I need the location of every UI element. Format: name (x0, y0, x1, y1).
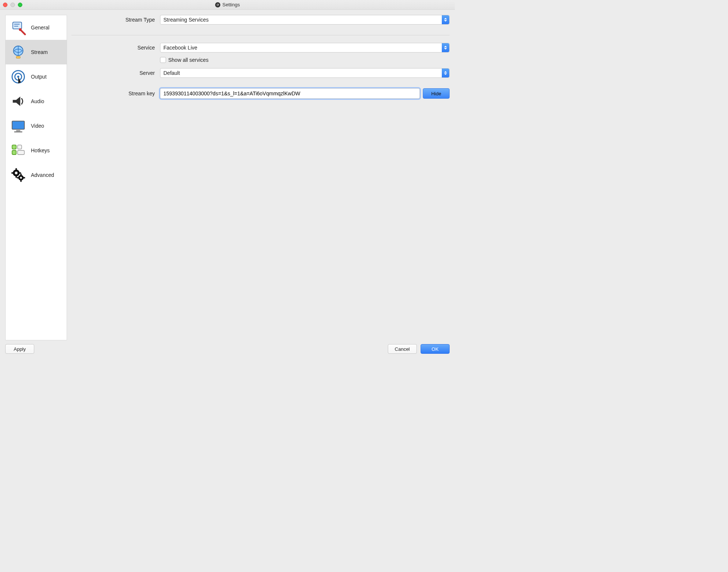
svg-rect-16 (17, 145, 22, 149)
sidebar-item-label: Stream (31, 49, 63, 55)
settings-sidebar: General Stream (5, 15, 67, 340)
svg-point-20 (15, 172, 17, 174)
advanced-icon (9, 166, 27, 184)
show-all-services-label: Show all services (168, 57, 208, 63)
show-all-services-checkbox[interactable] (160, 57, 166, 63)
svg-point-5 (19, 28, 22, 31)
zoom-window-button[interactable] (18, 3, 22, 7)
obs-icon (215, 2, 220, 7)
sidebar-item-hotkeys[interactable]: Hotkeys (6, 138, 67, 163)
video-icon (9, 117, 27, 135)
stream-type-value: Streaming Services (163, 17, 208, 23)
service-select[interactable]: Facebook Live (160, 43, 450, 53)
svg-rect-23 (12, 172, 14, 174)
sidebar-item-stream[interactable]: Stream (6, 40, 67, 64)
sidebar-item-label: General (31, 25, 63, 31)
hotkeys-icon (9, 142, 27, 159)
svg-rect-30 (23, 177, 25, 179)
sidebar-item-label: Output (31, 74, 63, 80)
server-select[interactable]: Default (160, 68, 450, 78)
service-label: Service (71, 45, 157, 51)
svg-rect-14 (14, 131, 22, 133)
svg-rect-28 (20, 180, 22, 182)
sidebar-item-label: Hotkeys (31, 147, 63, 153)
titlebar: Settings (0, 0, 455, 10)
general-icon (9, 19, 27, 36)
sidebar-item-audio[interactable]: Audio (6, 89, 67, 114)
close-window-button[interactable] (3, 3, 7, 7)
sidebar-item-output[interactable]: Output (6, 64, 67, 89)
svg-rect-22 (16, 176, 17, 178)
svg-rect-2 (13, 22, 22, 29)
svg-rect-21 (16, 168, 17, 171)
svg-rect-13 (16, 130, 20, 131)
select-stepper-icon (442, 43, 449, 52)
window-title-area: Settings (0, 0, 455, 9)
cancel-button[interactable]: Cancel (388, 344, 417, 354)
svg-point-0 (215, 3, 220, 7)
stream-icon (9, 43, 27, 61)
settings-form: Stream Type Streaming Services Service F… (71, 15, 450, 340)
ok-button[interactable]: OK (421, 344, 450, 354)
svg-point-1 (218, 4, 218, 4)
server-value: Default (163, 70, 180, 76)
audio-icon (9, 92, 27, 110)
minimize-window-button (10, 3, 15, 7)
stream-type-select[interactable]: Streaming Services (160, 15, 450, 25)
window-title: Settings (223, 2, 240, 7)
svg-rect-12 (12, 121, 25, 129)
svg-rect-29 (17, 177, 19, 179)
svg-rect-15 (12, 145, 16, 149)
separator (71, 35, 450, 35)
svg-rect-18 (17, 150, 24, 155)
svg-rect-8 (16, 56, 20, 58)
select-stepper-icon (442, 15, 449, 24)
apply-button[interactable]: Apply (5, 344, 34, 354)
svg-point-11 (17, 76, 19, 78)
sidebar-item-label: Video (31, 123, 63, 129)
select-stepper-icon (442, 69, 449, 77)
sidebar-item-label: Audio (31, 98, 63, 104)
stream-key-label: Stream key (71, 90, 157, 96)
sidebar-item-general[interactable]: General (6, 15, 67, 40)
sidebar-item-advanced[interactable]: Advanced (6, 163, 67, 187)
service-value: Facebook Live (163, 45, 197, 51)
hide-stream-key-button[interactable]: Hide (423, 88, 450, 99)
svg-rect-24 (19, 172, 21, 174)
sidebar-item-video[interactable]: Video (6, 114, 67, 138)
output-icon (9, 68, 27, 86)
svg-rect-27 (20, 174, 22, 175)
traffic-lights (3, 3, 22, 7)
dialog-footer: Apply Cancel OK (0, 340, 455, 358)
svg-rect-17 (12, 150, 16, 155)
svg-point-26 (20, 177, 22, 179)
stream-type-label: Stream Type (71, 17, 157, 23)
server-label: Server (71, 70, 157, 76)
stream-key-input[interactable] (160, 88, 420, 99)
sidebar-item-label: Advanced (31, 172, 63, 178)
